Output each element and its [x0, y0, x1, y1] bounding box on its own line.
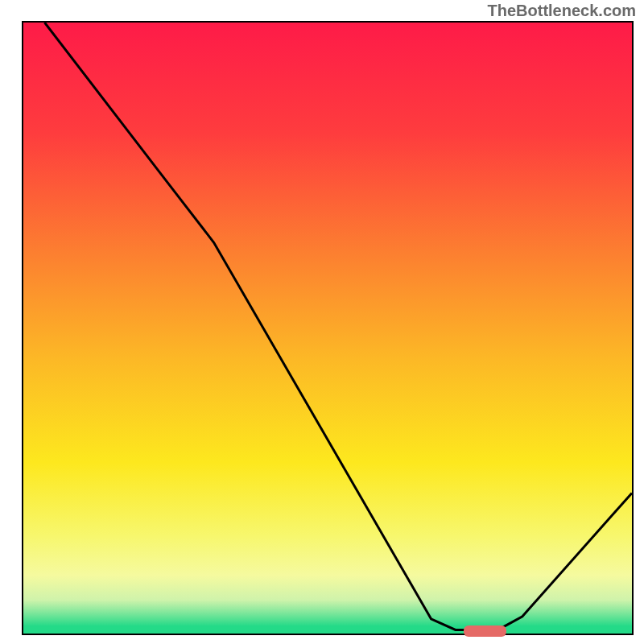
watermark-text: TheBottleneck.com: [488, 2, 636, 20]
chart-plot-area: [22, 21, 634, 635]
chart-marker: [464, 625, 506, 637]
chart-curve: [23, 23, 632, 634]
curve-path: [44, 23, 632, 630]
